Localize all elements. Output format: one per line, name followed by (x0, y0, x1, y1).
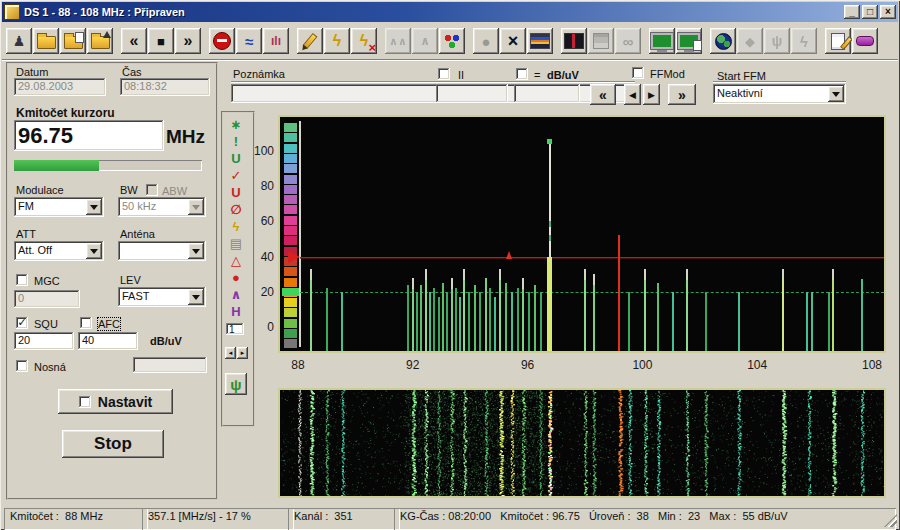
afc-checkbox[interactable] (80, 317, 92, 329)
line-chart-button[interactable]: ≈ (236, 28, 262, 54)
equalizer-button[interactable]: ılı (263, 28, 289, 54)
user-session-button[interactable]: ♟ (6, 28, 32, 54)
titlebar[interactable]: DS 1 - 88 - 108 MHz : Připraven _□× (2, 2, 898, 22)
back-button[interactable]: ◀ (624, 84, 641, 105)
globe-button[interactable] (710, 28, 736, 54)
stop-button[interactable]: Stop (62, 430, 164, 458)
y-tick-label: 80 (246, 179, 274, 193)
mgc-checkbox[interactable] (16, 274, 28, 286)
squ-label: SQU (34, 318, 58, 330)
nastavit-button[interactable]: Nastavit (58, 389, 173, 414)
waterfall-view2-button[interactable] (561, 28, 587, 54)
minimize-button[interactable]: _ (844, 5, 860, 19)
purple-h-icon[interactable]: H (227, 304, 245, 319)
doc-edit-button[interactable] (825, 28, 851, 54)
ii-input[interactable] (436, 84, 508, 103)
lev-combo[interactable]: FAST (118, 287, 206, 307)
mute-blob-button[interactable]: ● (473, 28, 499, 54)
chevron-down-icon[interactable] (828, 86, 844, 102)
chevron-down-icon[interactable] (86, 243, 102, 259)
spectrum-spike (618, 235, 620, 351)
channel-step-input[interactable]: 1 (226, 323, 244, 335)
ii-checkbox[interactable] (438, 68, 450, 80)
antenna-button[interactable]: ψ (764, 28, 790, 54)
nosna-checkbox[interactable] (16, 360, 28, 372)
spin-left-button[interactable]: ◄ (225, 347, 236, 359)
scan-progressbar (14, 160, 202, 171)
close-button[interactable]: × (880, 5, 896, 19)
att-combo[interactable]: Att. Off (14, 241, 104, 261)
dbuv-input[interactable] (514, 84, 580, 103)
rgb-dots-button[interactable] (439, 28, 465, 54)
stop-sign-icon (213, 32, 231, 50)
antena-combo[interactable] (118, 241, 206, 261)
cursor-spike (547, 257, 552, 351)
diamond-button[interactable]: ◆ (737, 28, 763, 54)
binoculars-button[interactable]: ∞ (615, 28, 641, 54)
waterfall-view-button[interactable] (527, 28, 553, 54)
no-entry-icon[interactable]: ∅ (227, 202, 245, 217)
warning-triangle-icon[interactable]: △ (227, 253, 245, 268)
spectrum-spike (644, 269, 646, 351)
fast-forward-button[interactable]: » (668, 84, 696, 105)
monitor-button[interactable] (649, 28, 675, 54)
save-folder-button[interactable] (60, 28, 86, 54)
squ-value[interactable]: 20 (14, 332, 74, 350)
red-check-icon[interactable]: ✓ (227, 168, 245, 183)
monitor-doc-button[interactable] (676, 28, 702, 54)
nastavit-checkbox[interactable] (79, 396, 91, 408)
floppy-button[interactable] (588, 28, 614, 54)
spin-right-button[interactable]: ► (237, 347, 248, 359)
peak-button[interactable]: ∧ (412, 28, 438, 54)
x-tick-label: 100 (628, 358, 656, 372)
cursor-freq-value[interactable]: 96.75 (14, 120, 164, 151)
waterfall-view2-icon (564, 33, 584, 49)
ffmod-checkbox[interactable] (632, 67, 644, 79)
colorbar-cell (284, 329, 297, 338)
delete-x-button[interactable]: × (500, 28, 526, 54)
chevron-down-icon[interactable] (86, 199, 102, 215)
red-u-icon[interactable]: U (227, 185, 245, 200)
stop-square-button[interactable]: ■ (148, 28, 174, 54)
flash-off-button[interactable]: ϟ× (351, 28, 377, 54)
maximize-button[interactable]: □ (862, 5, 878, 19)
green-u-icon[interactable]: U (227, 151, 245, 166)
fast-back-button[interactable]: « (590, 84, 616, 105)
chevron-down-icon[interactable] (188, 243, 204, 259)
user-session-icon: ♟ (13, 34, 26, 48)
open-folder-button[interactable] (33, 28, 59, 54)
antenna-plant-button[interactable]: ψ (225, 373, 247, 395)
spectrum-plot[interactable] (278, 115, 886, 353)
spectrum-spike (499, 269, 501, 351)
spider-icon[interactable]: ∗ (227, 117, 245, 132)
rewind-button[interactable]: « (121, 28, 147, 54)
flash2-button[interactable]: ϟ (791, 28, 817, 54)
startffm-combo[interactable]: Neaktivní (713, 84, 846, 104)
afc-value[interactable]: 40 (78, 332, 138, 350)
squ-checkbox[interactable]: ✓ (16, 317, 28, 329)
dbuv-checkbox[interactable] (516, 68, 528, 80)
peaks-button[interactable]: ∧∧ (385, 28, 411, 54)
spectrum-spike (429, 292, 431, 351)
modulace-combo[interactable]: FM (14, 197, 104, 217)
rgb-dots-icon (443, 34, 461, 49)
red-threshold-arrow[interactable] (288, 251, 300, 263)
chevron-down-icon[interactable] (188, 289, 204, 305)
purple-pill-button[interactable] (852, 28, 878, 54)
waterfall-plot[interactable] (278, 388, 886, 498)
flash-on-button[interactable]: ϟ (324, 28, 350, 54)
ffmod-label: FFMod (650, 68, 685, 80)
forward-button[interactable]: » (175, 28, 201, 54)
spectrum-spike (485, 278, 487, 351)
status-channel: Kanál : 351 (288, 508, 400, 530)
forward-button[interactable]: ▶ (643, 84, 660, 105)
database-icon[interactable]: ▤ (227, 236, 245, 251)
export-folder-button[interactable] (87, 28, 113, 54)
edit-pencil-button[interactable] (297, 28, 323, 54)
purple-peak-icon[interactable]: ∧ (227, 287, 245, 302)
yellow-flash-icon[interactable]: ϟ (227, 219, 245, 234)
green-exclamation-icon[interactable]: ! (227, 134, 245, 149)
red-dot-icon[interactable]: ● (227, 270, 245, 285)
stop-sign-button[interactable] (209, 28, 235, 54)
toolbar: ♟«■»≈ılıϟϟ×∧∧∧●×∞◆ψϟ (2, 23, 898, 60)
